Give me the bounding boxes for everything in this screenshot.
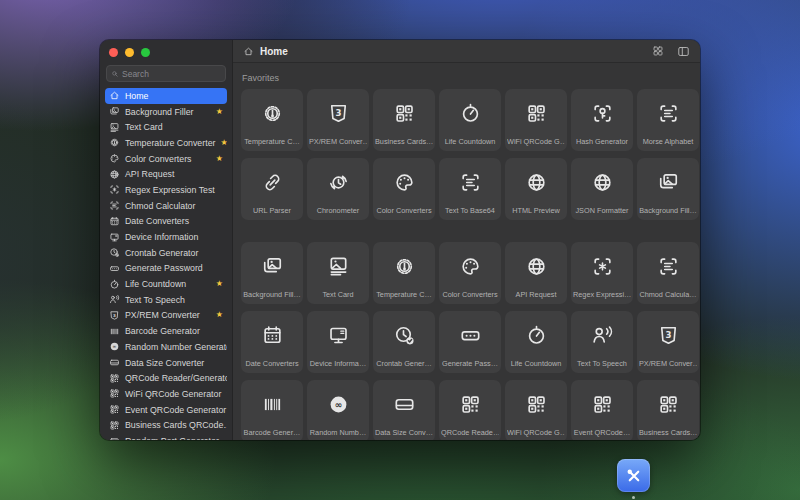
- search-icon: [111, 70, 119, 78]
- tool-tile-business-cards[interactable]: Business Cards…: [637, 380, 699, 440]
- tool-tile-background-fill[interactable]: Background Fill…: [637, 158, 699, 220]
- close-button[interactable]: [109, 48, 118, 57]
- tool-tile-color-converters[interactable]: Color Converters: [373, 158, 435, 220]
- sidebar-item-event-qrcode-generator[interactable]: Event QRCode Generator: [105, 402, 227, 418]
- tool-tile-random-numb[interactable]: ∞Random Numb…: [307, 380, 369, 440]
- globe-icon: [525, 171, 548, 194]
- tool-tile-generate-pass[interactable]: Generate Pass…: [439, 311, 501, 373]
- tool-tile-px-rem-conver[interactable]: 3PX/REM Conver…: [307, 89, 369, 151]
- home-icon: [243, 46, 254, 57]
- tool-tile-barcode-gener[interactable]: Barcode Gener…: [241, 380, 303, 440]
- sidebar-item-device-information[interactable]: Device Information: [105, 229, 227, 245]
- sidebar-item-label: Device Information: [125, 232, 198, 242]
- sidebar-item-business-cards-qrcode[interactable]: Business Cards QRCode…★: [105, 417, 227, 433]
- tool-tile-html-preview[interactable]: HTML Preview: [505, 158, 567, 220]
- thermometer-gear-icon: [393, 255, 416, 278]
- photos-icon: [657, 171, 680, 194]
- tool-tile-label: Temperature C…: [375, 290, 433, 299]
- tool-tile-qrcode-reade[interactable]: QRCode Reade…: [439, 380, 501, 440]
- grid-view-button[interactable]: [652, 45, 664, 57]
- sidebar-item-px-rem-converter[interactable]: 3PX/REM Converter★: [105, 308, 227, 324]
- tool-tile-device-informa[interactable]: Device Informa…: [307, 311, 369, 373]
- sidebar-item-home[interactable]: Home: [105, 88, 227, 104]
- tool-tile-label: Text Card: [309, 290, 367, 299]
- sidebar-item-data-size-converter[interactable]: Data Size Converter: [105, 355, 227, 371]
- tool-tile-label: Device Informa…: [309, 359, 367, 368]
- app-window: HomeBackground Filler★Text CardTemperatu…: [100, 40, 700, 440]
- sidebar-item-color-converters[interactable]: Color Converters★: [105, 151, 227, 167]
- tool-tile-regex-expressi[interactable]: Regex Expressi…: [571, 242, 633, 304]
- tool-tile-label: Business Cards…: [639, 428, 697, 437]
- favorite-star-icon: ★: [216, 155, 223, 163]
- tool-tile-api-request[interactable]: API Request: [505, 242, 567, 304]
- sidebar-item-random-number-generator[interactable]: ∞Random Number Generator: [105, 339, 227, 355]
- sidebar-item-text-card[interactable]: Text Card: [105, 119, 227, 135]
- tool-tile-date-converters[interactable]: Date Converters: [241, 311, 303, 373]
- sidebar-toggle-button[interactable]: [677, 45, 690, 58]
- sidebar-item-background-filler[interactable]: Background Filler★: [105, 104, 227, 120]
- tool-tile-label: Business Cards…: [375, 137, 433, 146]
- tool-tile-label: URL Parser: [243, 206, 301, 215]
- tool-tile-text-card[interactable]: Text Card: [307, 242, 369, 304]
- tool-tile-label: Barcode Gener…: [243, 428, 301, 437]
- favorite-star-icon: ★: [216, 311, 223, 319]
- sidebar-item-label: Text Card: [125, 122, 163, 132]
- sidebar-item-label: API Request: [125, 169, 174, 179]
- sidebar-item-qrcode-reader-generator[interactable]: QRCode Reader/Generator: [105, 370, 227, 386]
- tool-tile-label: Hash Generator: [573, 137, 631, 146]
- sidebar-item-label: Business Cards QRCode…: [125, 420, 227, 430]
- sidebar-item-label: Random Port Generator: [125, 436, 219, 440]
- sidebar-item-generate-password[interactable]: Generate Password: [105, 261, 227, 277]
- tool-tile-temperature-c[interactable]: Temperature C…: [373, 242, 435, 304]
- search-input[interactable]: [122, 69, 221, 79]
- globe-icon: [525, 255, 548, 278]
- tool-tile-crontab-gener[interactable]: Crontab Gener…: [373, 311, 435, 373]
- sidebar-item-temperature-converter[interactable]: Temperature Converter★: [105, 135, 227, 151]
- tool-tile-morse-alphabet[interactable]: Morse Alphabet: [637, 89, 699, 151]
- drive-icon: [393, 393, 416, 416]
- tool-tile-chmod-calcula[interactable]: Chmod Calcula…: [637, 242, 699, 304]
- devtools-dock-icon[interactable]: [617, 459, 650, 492]
- tool-tile-chronometer[interactable]: Chronometer: [307, 158, 369, 220]
- sidebar-item-random-port-generator[interactable]: Random Port Generator: [105, 433, 227, 440]
- tool-tile-business-cards[interactable]: Business Cards…: [373, 89, 435, 151]
- tool-tile-temperature-c[interactable]: Temperature C…: [241, 89, 303, 151]
- sidebar-item-regex-expression-test[interactable]: Regex Expression Test: [105, 182, 227, 198]
- tool-tile-background-fill[interactable]: Background Fill…: [241, 242, 303, 304]
- speech-icon: [591, 324, 614, 347]
- timer-icon: [525, 324, 548, 347]
- sidebar-item-wifi-qrcode-generator[interactable]: WiFi QRCode Generator★: [105, 386, 227, 402]
- tool-tile-event-qrcode[interactable]: Event QRCode…: [571, 380, 633, 440]
- tool-tile-hash-generator[interactable]: Hash Generator: [571, 89, 633, 151]
- sidebar-item-crontab-generator[interactable]: Crontab Generator: [105, 245, 227, 261]
- tool-tile-data-size-conv[interactable]: Data Size Conv…: [373, 380, 435, 440]
- tool-tile-url-parser[interactable]: URL Parser: [241, 158, 303, 220]
- hash-key-icon: [591, 102, 614, 125]
- tool-tile-wifi-qrcode-g[interactable]: WiFi QRCode G…: [505, 89, 567, 151]
- tool-tile-text-to-base64[interactable]: Text To Base64: [439, 158, 501, 220]
- tool-tile-text-to-speech[interactable]: Text To Speech: [571, 311, 633, 373]
- sidebar-item-label: PX/REM Converter: [125, 310, 200, 320]
- infinity-icon: ∞: [109, 341, 120, 352]
- sidebar-item-text-to-speech[interactable]: Text To Speech: [105, 292, 227, 308]
- sidebar-item-date-converters[interactable]: Date Converters: [105, 214, 227, 230]
- sidebar-item-barcode-generator[interactable]: Barcode Generator: [105, 323, 227, 339]
- sidebar-item-life-countdown[interactable]: Life Countdown★: [105, 276, 227, 292]
- tool-tile-wifi-qrcode-g[interactable]: WiFi QRCode G…: [505, 380, 567, 440]
- tool-tile-label: WiFi QRCode G…: [507, 137, 565, 146]
- sidebar-item-api-request[interactable]: API Request: [105, 166, 227, 182]
- drive-icon: [109, 357, 120, 368]
- sidebar-item-chmod-calculator[interactable]: Chmod Calculator: [105, 198, 227, 214]
- search-box[interactable]: [106, 65, 226, 82]
- tool-tile-life-countdown[interactable]: Life Countdown: [505, 311, 567, 373]
- all-tools-grid: Background Fill…Text CardTemperature C…C…: [241, 242, 700, 440]
- tool-tile-json-formatter[interactable]: JSON Formatter: [571, 158, 633, 220]
- minimize-button[interactable]: [125, 48, 134, 57]
- sidebar-item-label: WiFi QRCode Generator: [125, 389, 221, 399]
- tool-tile-life-countdown[interactable]: Life Countdown: [439, 89, 501, 151]
- tool-tile-label: Chmod Calcula…: [639, 290, 697, 299]
- tool-tile-px-rem-conver[interactable]: 3PX/REM Conver…: [637, 311, 699, 373]
- tool-tile-color-converters[interactable]: Color Converters: [439, 242, 501, 304]
- zoom-button[interactable]: [141, 48, 150, 57]
- css3-shield-icon: 3: [109, 310, 120, 321]
